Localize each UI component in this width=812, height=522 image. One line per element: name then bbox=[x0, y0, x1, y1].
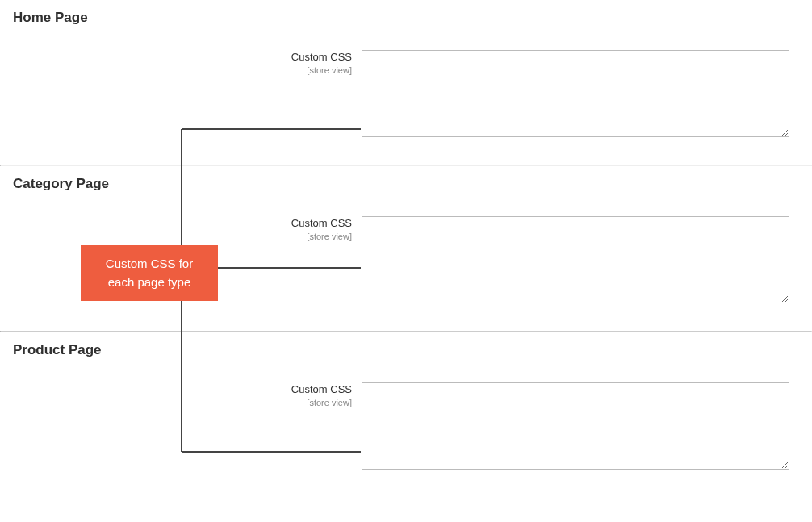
field-label-col: Custom CSS [store view] bbox=[13, 50, 362, 76]
custom-css-textarea-category[interactable] bbox=[362, 216, 789, 303]
field-block-home: Custom CSS [store view] bbox=[0, 39, 812, 165]
field-scope: [store view] bbox=[13, 65, 352, 76]
section-title-home: Home Page bbox=[0, 0, 812, 39]
field-scope: [store view] bbox=[13, 397, 352, 408]
field-block-product: Custom CSS [store view] bbox=[0, 371, 812, 497]
field-scope: [store view] bbox=[13, 231, 352, 242]
custom-css-textarea-home[interactable] bbox=[362, 50, 789, 137]
field-label-col: Custom CSS [store view] bbox=[13, 216, 362, 242]
callout-box: Custom CSS for each page type bbox=[81, 245, 218, 301]
callout-line1: Custom CSS for bbox=[106, 257, 193, 270]
custom-css-textarea-product[interactable] bbox=[362, 382, 789, 470]
field-label: Custom CSS bbox=[13, 216, 352, 231]
field-label-col: Custom CSS [store view] bbox=[13, 382, 362, 408]
field-label: Custom CSS bbox=[13, 382, 352, 397]
section-title-category: Category Page bbox=[0, 166, 812, 205]
field-label: Custom CSS bbox=[13, 50, 352, 65]
callout-line2: each page type bbox=[108, 275, 191, 289]
section-title-product: Product Page bbox=[0, 332, 812, 371]
